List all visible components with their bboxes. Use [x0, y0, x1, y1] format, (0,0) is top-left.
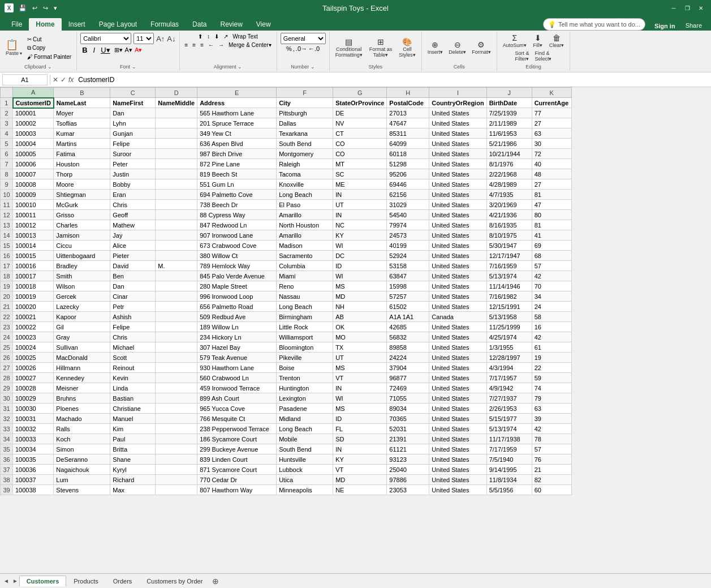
cell-B28[interactable]: Kennedey [54, 373, 110, 383]
cell-C1[interactable]: NameFirst [110, 98, 156, 108]
cell-K35[interactable]: 57 [532, 444, 571, 454]
cell-G14[interactable]: KY [333, 230, 387, 241]
cell-H14[interactable]: 24573 [387, 230, 429, 241]
cell-I18[interactable]: United States [429, 271, 486, 281]
italic-btn[interactable]: I [92, 45, 97, 55]
cell-F1[interactable]: City [277, 98, 333, 108]
cell-H23[interactable]: 42685 [387, 322, 429, 332]
cell-D34[interactable] [156, 434, 197, 444]
cell-I7[interactable]: United States [429, 159, 486, 169]
cell-I22[interactable]: Canada [429, 312, 486, 322]
cell-J12[interactable]: 4/21/1936 [486, 210, 532, 220]
cell-G30[interactable]: WI [333, 393, 387, 404]
cell-F37[interactable]: Lubbock [277, 465, 333, 475]
cell-J37[interactable]: 9/14/1995 [486, 465, 532, 475]
cell-A17[interactable]: 100016 [13, 261, 54, 271]
cell-B10[interactable]: Shtiegman [54, 190, 110, 200]
cell-H21[interactable]: 61502 [387, 302, 429, 312]
cell-I21[interactable]: United States [429, 302, 486, 312]
cell-H33[interactable]: 52031 [387, 424, 429, 434]
cell-H28[interactable]: 96877 [387, 373, 429, 383]
cell-A36[interactable]: 100035 [13, 454, 54, 465]
cell-C33[interactable]: Kim [110, 424, 156, 434]
cell-K16[interactable]: 68 [532, 251, 571, 261]
cell-G22[interactable]: AB [333, 312, 387, 322]
cell-B2[interactable]: Moyer [54, 108, 110, 118]
cell-E7[interactable]: 872 Pine Lane [197, 159, 277, 169]
cell-B19[interactable]: Wilson [54, 281, 110, 291]
copy-btn[interactable]: ⧉Copy [25, 44, 73, 52]
decrease-decimal-btn[interactable]: ←.0 [308, 45, 320, 52]
cell-J27[interactable]: 4/3/1994 [486, 363, 532, 373]
cell-B15[interactable]: Ciccu [54, 241, 110, 251]
cell-K18[interactable]: 42 [532, 271, 571, 281]
cell-J18[interactable]: 5/13/1974 [486, 271, 532, 281]
conditional-formatting-btn[interactable]: ▤ ConditionalFormatting▾ [333, 37, 365, 59]
cell-G12[interactable]: IN [333, 210, 387, 220]
cell-B39[interactable]: Stevens [54, 485, 110, 495]
cell-E6[interactable]: 987 Birch Drive [197, 149, 277, 159]
cell-H4[interactable]: 85311 [387, 128, 429, 139]
cell-D38[interactable] [156, 475, 197, 485]
cell-E16[interactable]: 380 Willow Ct [197, 251, 277, 261]
cell-H12[interactable]: 54540 [387, 210, 429, 220]
cell-H20[interactable]: 57257 [387, 291, 429, 302]
cell-K6[interactable]: 72 [532, 149, 571, 159]
cell-E3[interactable]: 201 Spruce Terrace [197, 118, 277, 128]
cell-E38[interactable]: 770 Cedar Dr [197, 475, 277, 485]
cell-A2[interactable]: 100001 [13, 108, 54, 118]
increase-decimal-btn[interactable]: .0→ [296, 45, 307, 52]
sheet-tab-customers[interactable]: Customers [19, 576, 66, 586]
cell-K7[interactable]: 40 [532, 159, 571, 169]
cell-D2[interactable] [156, 108, 197, 118]
cell-A29[interactable]: 100028 [13, 383, 54, 393]
cell-G3[interactable]: NV [333, 118, 387, 128]
col-header-G[interactable]: G [333, 88, 387, 98]
cell-A6[interactable]: 100005 [13, 149, 54, 159]
cell-E1[interactable]: Address [197, 98, 277, 108]
cell-E15[interactable]: 673 Crabwood Cove [197, 241, 277, 251]
cell-B8[interactable]: Thorp [54, 169, 110, 179]
cell-A9[interactable]: 100008 [13, 179, 54, 190]
cell-H11[interactable]: 31029 [387, 200, 429, 210]
cell-C22[interactable]: Ashish [110, 312, 156, 322]
cell-A33[interactable]: 100032 [13, 424, 54, 434]
cell-E17[interactable]: 789 Hemlock Way [197, 261, 277, 271]
cell-E26[interactable]: 579 Teak Avenue [197, 353, 277, 363]
cell-I6[interactable]: United States [429, 149, 486, 159]
cell-D37[interactable] [156, 465, 197, 475]
tab-page-layout[interactable]: Page Layout [92, 18, 144, 31]
cell-B27[interactable]: Hillmann [54, 363, 110, 373]
cell-G31[interactable]: MS [333, 404, 387, 414]
cell-I11[interactable]: United States [429, 200, 486, 210]
cell-E21[interactable]: 656 Palmetto Road [197, 302, 277, 312]
cell-D12[interactable] [156, 210, 197, 220]
cell-K24[interactable]: 42 [532, 332, 571, 342]
cell-I17[interactable]: United States [429, 261, 486, 271]
cell-G35[interactable]: IN [333, 444, 387, 454]
cell-G7[interactable]: MT [333, 159, 387, 169]
cell-J32[interactable]: 5/15/1977 [486, 414, 532, 424]
cell-H27[interactable]: 37904 [387, 363, 429, 373]
cell-A32[interactable]: 100031 [13, 414, 54, 424]
cell-G5[interactable]: CO [333, 139, 387, 149]
cell-F17[interactable]: Columbia [277, 261, 333, 271]
col-header-K[interactable]: K [532, 88, 571, 98]
cell-D3[interactable] [156, 118, 197, 128]
cell-F14[interactable]: Amarillo [277, 230, 333, 241]
cell-A23[interactable]: 100022 [13, 322, 54, 332]
tab-data[interactable]: Data [186, 18, 213, 31]
scroll-sheets-left-btn[interactable]: ◄ [2, 577, 10, 585]
cell-I10[interactable]: United States [429, 190, 486, 200]
cell-B5[interactable]: Martins [54, 139, 110, 149]
cell-F4[interactable]: Texarkana [277, 128, 333, 139]
cell-E24[interactable]: 234 Hickory Ln [197, 332, 277, 342]
cell-K22[interactable]: 58 [532, 312, 571, 322]
cell-F27[interactable]: Boise [277, 363, 333, 373]
cell-C14[interactable]: Jay [110, 230, 156, 241]
cell-K21[interactable]: 24 [532, 302, 571, 312]
cell-H25[interactable]: 89858 [387, 342, 429, 353]
align-middle-btn[interactable]: ↕ [205, 33, 212, 40]
cell-J21[interactable]: 12/15/1991 [486, 302, 532, 312]
cell-F15[interactable]: Madison [277, 241, 333, 251]
